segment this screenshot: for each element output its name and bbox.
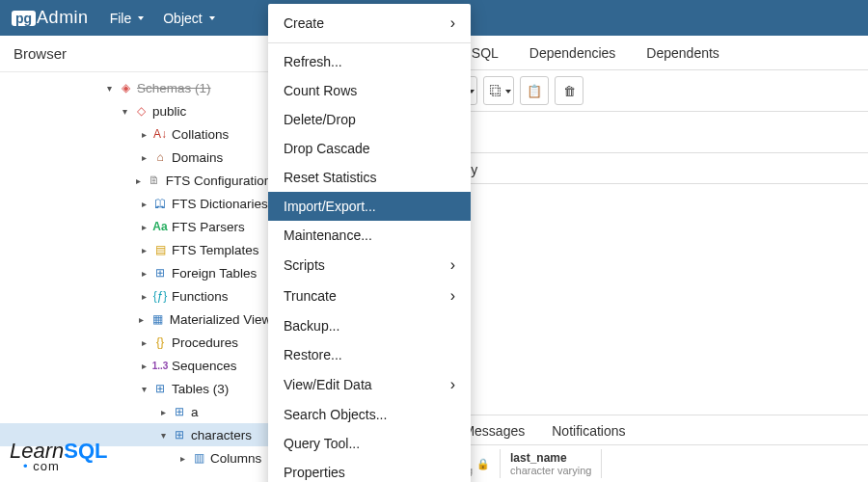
delete-button[interactable]: 🗑	[555, 76, 583, 105]
logo-text: Admin	[37, 8, 89, 28]
context-menu[interactable]: Create Refresh... Count Rows Delete/Drop…	[268, 4, 471, 482]
tree-label: public	[152, 104, 186, 119]
tree-label: FTS Dictionaries	[172, 197, 268, 211]
ctx-refresh[interactable]: Refresh...	[268, 47, 471, 76]
ctx-create[interactable]: Create	[268, 8, 471, 39]
schema-group-icon: ◈	[118, 81, 133, 94]
menu-object[interactable]: Object	[153, 0, 224, 36]
tree-label: Procedures	[172, 335, 238, 350]
tree-label: Columns	[210, 451, 261, 466]
ctx-scripts[interactable]: Scripts	[268, 250, 471, 281]
chevron-right-icon[interactable]: ▸	[139, 152, 149, 163]
tab-notifications[interactable]: Notifications	[538, 417, 638, 444]
chevron-right-icon[interactable]: ▸	[177, 453, 187, 464]
ctx-view-edit[interactable]: View/Edit Data	[268, 369, 471, 400]
chevron-right-icon[interactable]: ▸	[139, 337, 149, 348]
chevron-right-icon[interactable]: ▸	[139, 129, 149, 140]
ctx-label: Maintenance...	[284, 228, 372, 243]
logo-box: pg	[12, 11, 36, 26]
ctx-label: Truncate	[284, 288, 337, 304]
tree-table-a[interactable]: ▸⊞a	[0, 400, 278, 423]
tree-functions[interactable]: ▸{ƒ}Functions	[0, 284, 278, 308]
ctx-backup[interactable]: Backup...	[268, 311, 471, 340]
chevron-down-icon[interactable]: ▾	[139, 384, 149, 394]
chevron-right-icon[interactable]: ▸	[139, 222, 149, 232]
ctx-label: View/Edit Data	[284, 377, 372, 392]
lock-icon: 🔒	[476, 458, 490, 470]
ctx-label: Count Rows	[284, 83, 357, 98]
ctx-query-tool[interactable]: Query Tool...	[268, 429, 471, 458]
tree-collations[interactable]: ▸A↓Collations	[0, 122, 278, 146]
fts-parser-icon: Aa	[152, 220, 168, 233]
tree-mat-views[interactable]: ▸▦Materialized Views	[0, 308, 278, 331]
chevron-right-icon[interactable]: ▸	[139, 245, 149, 255]
ctx-label: Restore...	[284, 347, 342, 362]
chevron-right-icon[interactable]: ▸	[158, 407, 168, 417]
tree-procedures[interactable]: ▸{}Procedures	[0, 331, 278, 354]
procedure-icon: {}	[152, 335, 168, 349]
tree-fts-dict[interactable]: ▸🕮FTS Dictionaries	[0, 192, 278, 215]
ctx-label: Create	[284, 15, 324, 31]
tree-domains[interactable]: ▸⌂Domains	[0, 146, 278, 169]
copy-button[interactable]: ⿻	[483, 76, 514, 105]
app-logo: pgAdmin	[0, 0, 100, 36]
paste-button[interactable]: 📋	[520, 76, 549, 105]
table-icon: ⊞	[172, 428, 187, 442]
tree-label: FTS Parsers	[172, 220, 245, 234]
fts-config-icon: 🗎	[147, 174, 161, 187]
chevron-right-icon[interactable]: ▸	[137, 314, 147, 325]
tab-dependents[interactable]: Dependents	[631, 36, 735, 69]
chevron-right-icon	[450, 376, 455, 393]
chevron-right-icon[interactable]: ▸	[139, 268, 149, 279]
tree-fts-templates[interactable]: ▸▤FTS Templates	[0, 238, 278, 261]
tree-public[interactable]: ▾◇public	[0, 99, 278, 122]
ctx-properties[interactable]: Properties	[268, 458, 471, 482]
object-tree[interactable]: ▾◈Schemas (1) ▾◇public ▸A↓Collations ▸⌂D…	[0, 72, 278, 469]
tree-label: FTS Configurations	[166, 174, 278, 188]
chevron-down-icon[interactable]: ▾	[158, 430, 168, 441]
chevron-down-icon[interactable]	[502, 84, 511, 98]
copy-icon: ⿻	[490, 84, 502, 98]
ctx-label: Reset Statistics	[284, 170, 376, 185]
ctx-delete-drop[interactable]: Delete/Drop	[268, 105, 471, 134]
tables-icon: ⊞	[152, 382, 168, 395]
tree-tables[interactable]: ▾⊞Tables (3)	[0, 377, 278, 400]
tree-label: Functions	[172, 289, 229, 304]
ctx-drop-cascade[interactable]: Drop Cascade	[268, 134, 471, 163]
ctx-restore[interactable]: Restore...	[268, 340, 471, 369]
ctx-truncate[interactable]: Truncate	[268, 281, 471, 311]
tree-fts-config[interactable]: ▸🗎FTS Configurations	[0, 169, 278, 192]
ctx-import-export[interactable]: Import/Export...	[268, 192, 471, 221]
chevron-right-icon[interactable]: ▸	[139, 291, 149, 302]
menu-file[interactable]: File	[100, 0, 154, 36]
chevron-down-icon[interactable]: ▾	[120, 106, 129, 117]
table-icon: ⊞	[172, 405, 187, 418]
tab-dependencies[interactable]: Dependencies	[514, 36, 632, 69]
column-header-last-name[interactable]: last_namecharacter varying	[501, 449, 602, 478]
ctx-label: Delete/Drop	[284, 112, 356, 127]
tree-label: Schemas (1)	[137, 81, 211, 95]
chevron-down-icon[interactable]: ▾	[104, 83, 114, 94]
tree-sequences[interactable]: ▸1..3Sequences	[0, 354, 278, 377]
chevron-right-icon[interactable]: ▸	[139, 361, 149, 371]
separator	[268, 42, 471, 43]
chevron-right-icon[interactable]: ▸	[134, 175, 144, 186]
ctx-search-objects[interactable]: Search Objects...	[268, 400, 471, 429]
ctx-maintenance[interactable]: Maintenance...	[268, 221, 471, 250]
domain-icon: ⌂	[152, 150, 168, 164]
tree-label: Materialized Views	[170, 312, 278, 327]
tree-label: Tables (3)	[172, 382, 229, 396]
tree-fts-parsers[interactable]: ▸AaFTS Parsers	[0, 215, 278, 238]
tree-label: Sequences	[172, 359, 237, 373]
tree-foreign-tables[interactable]: ▸⊞Foreign Tables	[0, 261, 278, 284]
ctx-reset-stats[interactable]: Reset Statistics	[268, 163, 471, 192]
ctx-count-rows[interactable]: Count Rows	[268, 76, 471, 105]
paste-icon: 📋	[527, 84, 542, 98]
tree-label: characters	[191, 428, 252, 442]
tree-schemas[interactable]: ▾◈Schemas (1)	[0, 76, 278, 99]
trash-icon: 🗑	[563, 84, 576, 98]
chevron-right-icon	[450, 14, 455, 32]
sidebar: Browser ▾◈Schemas (1) ▾◇public ▸A↓Collat…	[0, 36, 278, 482]
fts-template-icon: ▤	[152, 243, 168, 256]
chevron-right-icon[interactable]: ▸	[139, 199, 149, 209]
